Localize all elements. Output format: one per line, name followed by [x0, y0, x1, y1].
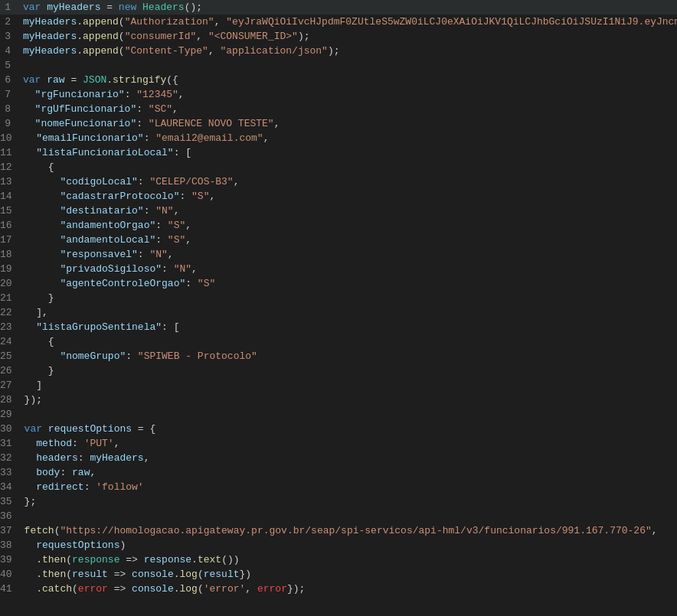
line-number: 24	[0, 334, 25, 349]
line-content	[23, 58, 671, 73]
line-content: body: raw,	[25, 465, 671, 480]
line-number: 34	[0, 480, 25, 494]
line-number: 10	[0, 131, 25, 145]
line-content: "nomeGrupo": "SPIWEB - Protocolo"	[25, 349, 671, 363]
code-line: 32 headers: myHeaders,	[0, 451, 677, 465]
line-content: headers: myHeaders,	[25, 451, 671, 465]
line-number: 27	[0, 378, 25, 393]
code-line: 16 "andamentoOrgao": "S",	[0, 218, 677, 233]
line-number: 8	[0, 102, 23, 116]
line-content: "agenteControleOrgao": "S"	[25, 276, 671, 291]
line-number: 21	[0, 291, 25, 305]
line-number: 2	[0, 15, 23, 29]
code-line: 41 .catch(error => console.log('error', …	[0, 582, 677, 596]
code-line: 26 }	[0, 363, 677, 378]
line-content: method: 'PUT',	[25, 436, 671, 451]
line-content: ]	[25, 378, 671, 393]
line-number: 9	[0, 116, 23, 131]
code-line: 13 "codigoLocal": "CELEP/COS-B3",	[0, 174, 677, 189]
line-number: 33	[0, 465, 25, 480]
code-line: 2myHeaders.append("Authorization", "eyJr…	[0, 15, 677, 29]
code-line: 18 "responsavel": "N",	[0, 247, 677, 262]
line-content: var requestOptions = {	[25, 422, 671, 436]
line-content: "listaFuncionarioLocal": [	[25, 145, 671, 160]
code-line: 15 "destinatario": "N",	[0, 204, 677, 218]
code-line: 35};	[0, 494, 677, 509]
code-editor: 1var myHeaders = new Headers();2myHeader…	[0, 0, 677, 596]
line-number: 30	[0, 422, 25, 436]
code-line: 40 .then(result => console.log(result})	[0, 567, 677, 582]
line-number: 32	[0, 451, 25, 465]
code-line: 25 "nomeGrupo": "SPIWEB - Protocolo"	[0, 349, 677, 363]
code-line: 19 "privadoSigiloso": "N",	[0, 262, 677, 276]
code-line: 39 .then(response => response.text())	[0, 552, 677, 567]
line-content: "rgUfFuncionario": "SC",	[23, 102, 671, 116]
code-line: 10 "emailFuncionario": "email2@email.com…	[0, 131, 677, 145]
line-number: 19	[0, 262, 25, 276]
line-content: requestOptions)	[25, 538, 671, 552]
line-content: "destinatario": "N",	[25, 204, 671, 218]
line-content: {	[25, 160, 671, 174]
line-number: 35	[0, 494, 25, 509]
code-line: 3myHeaders.append("consumerId", "<CONSUM…	[0, 29, 677, 44]
line-content: "cadastrarProtocolo": "S",	[25, 189, 671, 204]
line-number: 23	[0, 320, 25, 334]
line-content: "andamentoOrgao": "S",	[25, 218, 671, 233]
line-content: myHeaders.append("Authorization", "eyJra…	[23, 15, 677, 29]
line-number: 1	[0, 0, 23, 15]
line-number: 4	[0, 44, 23, 58]
line-content: "rgFuncionario": "12345",	[23, 87, 671, 102]
line-content: };	[25, 494, 671, 509]
code-line: 24 {	[0, 334, 677, 349]
line-content: var myHeaders = new Headers();	[23, 0, 671, 15]
line-number: 41	[0, 582, 25, 596]
line-content: }	[25, 291, 671, 305]
line-number: 14	[0, 189, 25, 204]
code-line: 34 redirect: 'follow'	[0, 480, 677, 494]
line-number: 22	[0, 305, 25, 320]
line-content: "codigoLocal": "CELEP/COS-B3",	[25, 174, 671, 189]
line-number: 31	[0, 436, 25, 451]
line-number: 15	[0, 204, 25, 218]
line-number: 36	[0, 509, 25, 523]
line-number: 40	[0, 567, 25, 582]
line-content: "privadoSigiloso": "N",	[25, 262, 671, 276]
line-number: 16	[0, 218, 25, 233]
line-content: ],	[25, 305, 671, 320]
line-number: 12	[0, 160, 25, 174]
code-line: 11 "listaFuncionarioLocal": [	[0, 145, 677, 160]
line-number: 7	[0, 87, 23, 102]
code-line: 14 "cadastrarProtocolo": "S",	[0, 189, 677, 204]
code-line: 38 requestOptions)	[0, 538, 677, 552]
code-line: 27 ]	[0, 378, 677, 393]
line-content: });	[25, 393, 671, 407]
line-content: "nomeFuncionario": "LAURENCE NOVO TESTE"…	[23, 116, 671, 131]
line-content: "listaGrupoSentinela": [	[25, 320, 671, 334]
line-number: 25	[0, 349, 25, 363]
line-content: myHeaders.append("Content-Type", "applic…	[23, 44, 671, 58]
code-line: 9 "nomeFuncionario": "LAURENCE NOVO TEST…	[0, 116, 677, 131]
line-number: 3	[0, 29, 23, 44]
line-content: "responsavel": "N",	[25, 247, 671, 262]
code-line: 17 "andamentoLocal": "S",	[0, 233, 677, 247]
code-line: 33 body: raw,	[0, 465, 677, 480]
code-line: 5	[0, 58, 677, 73]
line-number: 20	[0, 276, 25, 291]
code-line: 36	[0, 509, 677, 523]
code-line: 20 "agenteControleOrgao": "S"	[0, 276, 677, 291]
code-line: 29	[0, 407, 677, 422]
line-number: 38	[0, 538, 25, 552]
line-content	[25, 407, 671, 422]
line-content: fetch("https://homologacao.apigateway.pr…	[25, 523, 671, 538]
line-content: {	[25, 334, 671, 349]
code-line: 22 ],	[0, 305, 677, 320]
line-content: myHeaders.append("consumerId", "<CONSUME…	[23, 29, 671, 44]
line-number: 37	[0, 523, 25, 538]
code-line: 6var raw = JSON.stringify({	[0, 73, 677, 87]
line-content: }	[25, 363, 671, 378]
code-line: 28});	[0, 393, 677, 407]
code-line: 7 "rgFuncionario": "12345",	[0, 87, 677, 102]
line-content: var raw = JSON.stringify({	[23, 73, 671, 87]
line-content: "emailFuncionario": "email2@email.com",	[25, 131, 671, 145]
line-content: .catch(error => console.log('error', err…	[25, 582, 671, 596]
